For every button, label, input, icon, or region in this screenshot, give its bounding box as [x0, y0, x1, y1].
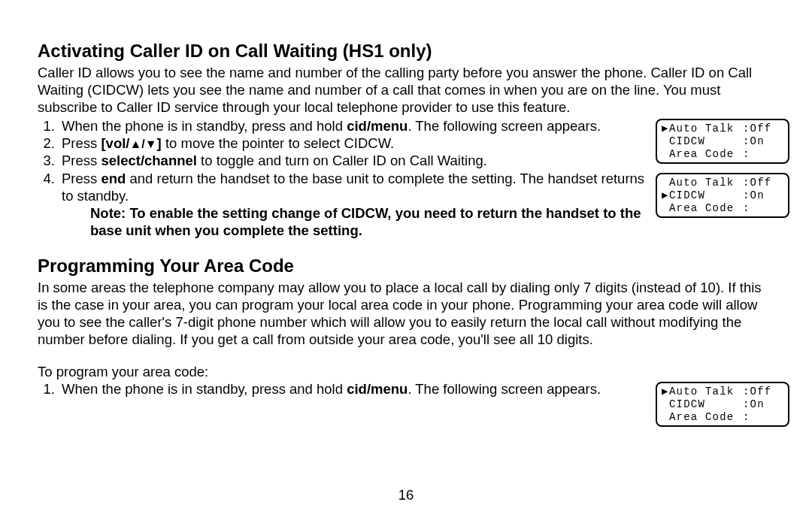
lcd-row: CIDCW:On: [662, 135, 783, 148]
text: to move the pointer to select CIDCW.: [162, 135, 395, 151]
lcd-label: Auto Talk: [669, 385, 743, 398]
lcd-label: CIDCW: [669, 398, 743, 411]
lcd-value: On: [750, 189, 765, 202]
lcd-colon: :: [743, 177, 750, 189]
key-cid-menu: cid/menu: [347, 381, 408, 397]
lcd-value: On: [750, 398, 765, 411]
lcd-label: Area Code: [669, 411, 743, 424]
section1-step2: Press [vol/▲/▼] to move the pointer to s…: [59, 135, 647, 152]
key-vol-open: [vol/: [101, 135, 129, 151]
pointer-icon: [662, 148, 669, 161]
section2-heading: Programming Your Area Code: [38, 255, 774, 277]
lcd-colon: :: [743, 148, 750, 161]
section2-intro: In some areas the telephone company may …: [38, 279, 774, 349]
pointer-icon: [662, 398, 669, 411]
lcd-colon: :: [743, 202, 750, 215]
lcd-value: Off: [750, 122, 772, 135]
pointer-icon: [662, 135, 669, 148]
section1-note: Note: To enable the setting change of CI…: [90, 204, 669, 239]
section1-step1: When the phone is in standby, press and …: [59, 117, 647, 135]
key-end: end: [101, 171, 126, 186]
text: When the phone is in standby, press and …: [62, 118, 347, 134]
section2-step-list: When the phone is in standby, press and …: [38, 380, 647, 398]
manual-page: Activating Caller ID on Call Waiting (HS…: [0, 0, 812, 517]
lcd-row: ▶Auto Talk:Off: [662, 385, 783, 398]
section1-screens: ▶Auto Talk:Off CIDCW:On Area Code: Auto …: [656, 117, 789, 218]
lcd-screen-2: Auto Talk:Off▶CIDCW:On Area Code:: [656, 173, 789, 218]
pointer-icon: ▶: [662, 385, 669, 398]
section1-step-list: When the phone is in standby, press and …: [38, 117, 647, 204]
lcd-screen-3: ▶Auto Talk:Off CIDCW:On Area Code:: [656, 382, 789, 427]
lcd-row: Auto Talk:Off: [662, 177, 783, 189]
text: Press: [62, 171, 101, 186]
lcd-value: Off: [750, 385, 772, 398]
lcd-row: ▶Auto Talk:Off: [662, 122, 783, 135]
pointer-icon: ▶: [662, 189, 669, 202]
lcd-value: Off: [750, 177, 772, 189]
lcd-label: CIDCW: [669, 189, 743, 202]
lcd-value: On: [750, 135, 765, 148]
section2-body: When the phone is in standby, press and …: [38, 380, 774, 427]
lcd-colon: :: [743, 385, 750, 398]
text: and return the handset to the base unit …: [62, 171, 644, 204]
lcd-colon: :: [743, 122, 750, 135]
section1-step4: Press end and return the handset to the …: [59, 170, 647, 204]
lcd-screen-1: ▶Auto Talk:Off CIDCW:On Area Code:: [656, 119, 789, 164]
pointer-icon: [662, 411, 669, 424]
section1-intro: Caller ID allows you to see the name and…: [38, 64, 774, 116]
section1-body: When the phone is in standby, press and …: [38, 117, 774, 239]
pointer-icon: ▶: [662, 122, 669, 135]
lcd-label: CIDCW: [669, 135, 743, 148]
section2-lead: To program your area code:: [38, 363, 774, 380]
section2-step1: When the phone is in standby, press and …: [59, 380, 647, 398]
pointer-icon: [662, 202, 669, 215]
lcd-label: Auto Talk: [669, 122, 743, 135]
lcd-colon: :: [743, 135, 750, 148]
lcd-colon: :: [743, 411, 750, 424]
lcd-label: Auto Talk: [669, 177, 743, 189]
key-cid-menu: cid/menu: [347, 118, 408, 134]
lcd-row: CIDCW:On: [662, 398, 783, 411]
lcd-row: Area Code:: [662, 202, 783, 215]
pointer-icon: [662, 177, 669, 189]
section1-heading: Activating Caller ID on Call Waiting (HS…: [38, 41, 774, 62]
text: to toggle and turn on Caller ID on Call …: [197, 153, 487, 168]
text: . The following screen appears.: [408, 381, 601, 397]
lcd-colon: :: [743, 189, 750, 202]
section1-step3: Press select/channel to toggle and turn …: [59, 152, 647, 169]
section2-screens: ▶Auto Talk:Off CIDCW:On Area Code:: [656, 380, 789, 427]
lcd-row: Area Code:: [662, 148, 783, 161]
text: Press: [62, 153, 101, 168]
key-select-channel: select/channel: [101, 153, 197, 168]
text: . The following screen appears.: [408, 118, 601, 134]
lcd-row: Area Code:: [662, 411, 783, 424]
page-number: 16: [0, 487, 812, 503]
lcd-label: Area Code: [669, 148, 743, 161]
text: When the phone is in standby, press and …: [62, 381, 347, 397]
section1-steps-col: When the phone is in standby, press and …: [38, 117, 647, 239]
section2-steps-col: When the phone is in standby, press and …: [38, 380, 647, 398]
lcd-row: ▶CIDCW:On: [662, 189, 783, 202]
text: Press: [62, 135, 101, 151]
lcd-colon: :: [743, 398, 750, 411]
up-down-arrows-icon: ▲/▼: [129, 138, 156, 150]
lcd-label: Area Code: [669, 202, 743, 215]
